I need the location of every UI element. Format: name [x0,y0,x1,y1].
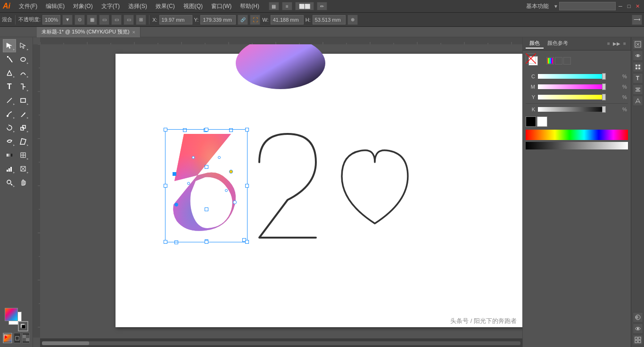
graph-tool[interactable]: ▸ [3,162,16,175]
k-slider-thumb[interactable] [602,106,606,113]
hscroll-thumb[interactable] [42,341,520,345]
rs-btn-3[interactable] [633,62,643,72]
type-tool[interactable]: T [3,80,16,93]
style-btn-5[interactable]: ▭ [124,15,134,25]
mesh-anchor-3[interactable] [229,128,233,132]
panel-menu-icon[interactable]: ≡ [605,41,612,47]
color-spectrum-bar[interactable] [526,130,628,140]
mesh-anchor-5[interactable] [205,165,208,169]
panel-expand-icon[interactable]: ▶▶ [613,41,620,47]
x-field[interactable]: 19.97 mm [159,15,192,25]
lasso-tool[interactable]: ▸ [17,53,30,66]
mesh-anchor-9[interactable] [233,200,237,204]
c-slider-thumb[interactable] [602,73,606,80]
icon-btn-4[interactable]: ✏ [317,2,327,10]
tab-close-btn[interactable]: × [132,29,135,35]
paintbrush-tool[interactable]: ▸ [3,107,16,121]
document-tab[interactable]: 未标题-1* @ 150% (CMYK/GPU 预览) × [37,27,140,37]
rs-btn-1[interactable] [633,39,643,50]
curvature-tool[interactable]: ▸ [17,66,30,80]
rs-btn-2[interactable] [633,50,643,61]
style-btn-4[interactable]: ▭ [111,15,122,25]
menu-window[interactable]: 窗口(W) [207,1,235,11]
y-slider-thumb[interactable] [602,94,606,100]
mesh-anchor-6[interactable] [229,170,233,174]
fill-swatch-box[interactable] [526,53,536,64]
icon-btn-3[interactable]: ⬜⬜ [295,2,314,10]
hand-tool[interactable] [17,176,30,189]
transform-options[interactable]: ⊕ [347,15,358,25]
foreground-color-swatch[interactable] [5,308,18,321]
menu-object[interactable]: 对象(O) [69,1,96,11]
zoom-tool[interactable]: ▸ [3,176,16,189]
menu-text[interactable]: 文字(T) [98,1,124,11]
y-field[interactable]: 179.339 mm [200,15,236,25]
icon-btn-1[interactable]: ▦ [269,2,279,10]
menu-view[interactable]: 视图(Q) [180,1,206,11]
mesh-anchor-1[interactable] [183,128,187,132]
w-field[interactable]: 41.188 mm [271,15,304,25]
gray-spectrum-bar[interactable] [526,142,628,149]
menu-effect[interactable]: 效果(C) [152,1,179,11]
free-distort-tool[interactable]: ▸ [17,135,30,148]
panel-toggle[interactable]: ⟶ [632,15,642,25]
rs-btn-mask[interactable] [633,312,643,322]
rs-btn-eye[interactable] [633,323,643,334]
slice-tool[interactable]: ▸ [17,162,30,175]
align-btn-1[interactable]: ⊞ [136,15,146,25]
constraint-icon[interactable]: 🔗 [238,15,248,25]
pencil-tool[interactable]: ▸ [17,107,30,121]
pattern-swatch[interactable] [22,333,30,343]
m-slider[interactable] [538,84,605,89]
warp-tool[interactable]: ▸ [3,135,16,148]
mesh-anchor-10[interactable] [174,240,178,244]
number-5-selected[interactable] [165,129,248,242]
color-ref-tab[interactable]: 颜色参考 [544,39,572,49]
rs-btn-grid[interactable] [633,335,643,345]
rs-btn-align[interactable] [633,84,643,95]
minimize-button[interactable]: ─ [617,2,624,10]
magic-wand-tool[interactable] [3,53,16,66]
line-tool[interactable]: ▸ [3,94,16,107]
color-picker-icon[interactable] [563,57,571,65]
style-btn-2[interactable]: ▦ [87,15,97,25]
menu-file[interactable]: 文件(F) [15,1,41,11]
rs-btn-5[interactable] [633,96,643,106]
rectangle-tool[interactable]: ▸ [17,94,30,107]
opacity-field[interactable]: 100% [42,15,60,25]
spectrum-icon[interactable] [546,57,554,65]
maximize-button[interactable]: □ [625,2,633,10]
style-btn-3[interactable]: ▭ [99,15,109,25]
mesh-anchor-4[interactable] [173,172,176,176]
white-swatch[interactable] [537,116,547,127]
m-slider-thumb[interactable] [602,83,606,90]
menu-edit[interactable]: 编辑(E) [42,1,68,11]
rs-btn-text[interactable]: T [633,73,643,83]
c-slider[interactable] [538,74,605,79]
style-btn-1[interactable]: ⊙ [74,15,85,25]
rotate-tool[interactable]: ▸ [3,121,16,134]
menu-help[interactable]: 帮助(H) [236,1,263,11]
anchor-icon[interactable]: ⛶ [250,15,260,25]
search-input[interactable] [559,2,616,10]
mesh-anchor-11[interactable] [205,240,208,243]
h-field[interactable]: 53.513 mm [313,15,346,25]
mesh-anchor-8[interactable] [205,207,208,211]
close-button[interactable]: ✕ [634,2,641,10]
panel-collapse-icon[interactable]: ≡ [621,41,628,47]
workspace-preset[interactable]: 基本功能 [522,1,553,11]
touch-type-tool[interactable]: ▸ [17,80,30,93]
menu-select[interactable]: 选择(S) [124,1,151,11]
mesh-anchor-7[interactable] [174,203,178,207]
mesh-tool[interactable]: ▸ [17,149,30,162]
color-tab[interactable]: 颜色 [526,39,544,49]
none-swatch[interactable]: □ [14,333,21,343]
mesh-anchor-2[interactable] [204,128,207,132]
gradient-mode-swatch[interactable] [3,333,12,343]
mesh-anchor-12[interactable] [242,238,246,242]
opacity-arrow[interactable]: ▼ [62,15,73,25]
grayscale-icon[interactable] [555,57,562,65]
icon-btn-2[interactable]: ≡ [282,2,292,10]
horizontal-scrollbar[interactable] [40,339,522,347]
gradient-tool[interactable] [3,149,16,162]
